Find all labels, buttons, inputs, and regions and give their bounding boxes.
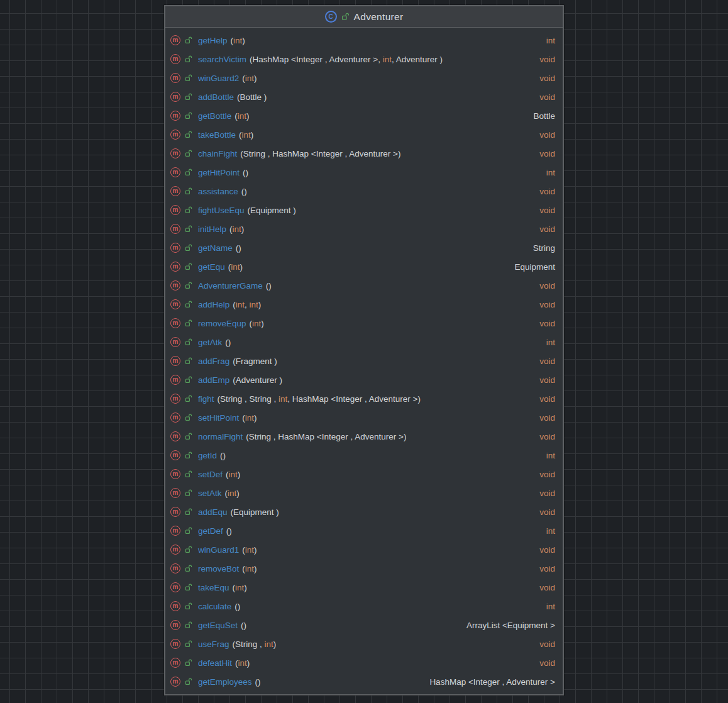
public-visibility-icon xyxy=(185,282,192,289)
method-row[interactable]: m getId () int xyxy=(165,446,563,465)
method-icon: m xyxy=(170,431,180,441)
method-row[interactable]: m searchVictim (HashMap <Integer , Adven… xyxy=(165,50,563,69)
method-return-type: void xyxy=(527,658,555,668)
method-row[interactable]: m setHitPoint (int) void xyxy=(165,408,563,427)
method-return-type: void xyxy=(527,187,555,196)
param-segment: (Adventurer ) xyxy=(233,375,282,385)
method-return-type: int xyxy=(534,526,555,536)
method-row[interactable]: m getEqu (int) Equipment xyxy=(165,257,563,276)
method-name: getDef xyxy=(198,526,223,536)
method-name: AdventurerGame xyxy=(198,281,263,291)
method-return-type: Equipment xyxy=(502,262,555,272)
public-visibility-icon xyxy=(185,640,192,648)
method-icon: m xyxy=(170,54,180,64)
method-row[interactable]: m chainFight (String , HashMap <Integer … xyxy=(165,144,563,163)
class-box-adventurer[interactable]: C Adventurer m getHelp (int) int m searc… xyxy=(164,5,564,695)
method-row[interactable]: m addFrag (Fragment ) void xyxy=(165,352,563,370)
public-visibility-icon xyxy=(185,244,192,252)
method-row[interactable]: m addEmp (Adventurer ) void xyxy=(165,370,563,389)
public-visibility-icon xyxy=(185,319,192,327)
method-name: setDef xyxy=(198,470,223,479)
method-params: () xyxy=(220,451,226,460)
method-row[interactable]: m takeEqu (int) void xyxy=(165,578,563,597)
method-row[interactable]: m AdventurerGame () void xyxy=(165,276,563,295)
method-params: (int) xyxy=(242,413,256,423)
method-return-type: void xyxy=(527,319,555,328)
method-row[interactable]: m useFrag (String , int) void xyxy=(165,634,563,653)
param-segment: , Adventurer ) xyxy=(392,55,443,64)
diagram-canvas[interactable]: C Adventurer m getHelp (int) int m searc… xyxy=(0,0,728,703)
method-row[interactable]: m normalFight (String , HashMap <Integer… xyxy=(165,427,563,446)
method-return-type: void xyxy=(527,300,555,309)
method-name: initHelp xyxy=(198,224,226,234)
method-row[interactable]: m setAtk (int) void xyxy=(165,484,563,502)
method-row[interactable]: m addHelp (int, int) void xyxy=(165,295,563,314)
method-icon: m xyxy=(170,337,180,347)
class-header[interactable]: C Adventurer xyxy=(165,6,563,28)
public-visibility-icon xyxy=(185,602,192,610)
method-row[interactable]: m getHitPoint () int xyxy=(165,163,563,182)
method-icon: m xyxy=(170,677,180,687)
method-icon: m xyxy=(170,130,180,140)
method-params: (Equipment ) xyxy=(231,507,279,517)
param-segment: (HashMap <Integer , Adventurer >, xyxy=(250,55,383,64)
public-visibility-icon xyxy=(185,263,192,270)
method-name: addBottle xyxy=(198,92,234,102)
method-params: () xyxy=(236,243,241,253)
method-row[interactable]: m getDef () int xyxy=(165,521,563,540)
method-row[interactable]: m fight (String , String , int, HashMap … xyxy=(165,389,563,408)
method-return-type: void xyxy=(527,507,555,517)
method-row[interactable]: m winGuard1 (int) void xyxy=(165,540,563,559)
method-row[interactable]: m takeBottle (int) void xyxy=(165,125,563,144)
method-params: (Bottle ) xyxy=(237,92,267,102)
method-name: getHitPoint xyxy=(198,168,240,177)
method-name: fightUseEqu xyxy=(198,206,245,215)
method-icon: m xyxy=(170,205,180,215)
param-segment: ) xyxy=(236,489,240,498)
param-segment: ) xyxy=(258,300,262,309)
method-name: getAtk xyxy=(198,338,222,347)
method-name: removeBot xyxy=(198,564,239,573)
method-row[interactable]: m removeBot (int) void xyxy=(165,559,563,578)
param-segment: (String , String , xyxy=(218,394,279,404)
method-row[interactable]: m fightUseEqu (Equipment ) void xyxy=(165,201,563,219)
method-icon: m xyxy=(170,412,180,423)
public-visibility-icon xyxy=(185,433,192,440)
method-row[interactable]: m assistance () void xyxy=(165,182,563,201)
method-row[interactable]: m getName () String xyxy=(165,238,563,257)
method-params: (int) xyxy=(239,130,253,140)
method-row[interactable]: m removeEqup (int) void xyxy=(165,314,563,333)
method-row[interactable]: m initHelp (int) void xyxy=(165,219,563,238)
method-name: normalFight xyxy=(198,432,243,441)
method-params: (int) xyxy=(234,111,249,121)
public-visibility-icon xyxy=(185,357,192,365)
class-icon: C xyxy=(325,11,337,23)
param-segment: , HashMap <Integer , Adventurer >) xyxy=(287,394,421,404)
method-row[interactable]: m addEqu (Equipment ) void xyxy=(165,502,563,521)
method-row[interactable]: m getAtk () int xyxy=(165,333,563,352)
param-segment: int xyxy=(238,658,247,668)
method-params: () xyxy=(234,602,240,611)
param-segment: () xyxy=(236,243,241,253)
method-icon: m xyxy=(170,356,180,366)
method-icon: m xyxy=(170,563,180,573)
method-params: (HashMap <Integer , Adventurer >, int, A… xyxy=(250,55,443,64)
method-row[interactable]: m getHelp (int) int xyxy=(165,31,563,50)
method-name: addEqu xyxy=(198,507,228,517)
public-visibility-icon xyxy=(185,206,192,214)
method-params: (Fragment ) xyxy=(233,357,277,366)
method-row[interactable]: m addBottle (Bottle ) void xyxy=(165,87,563,106)
method-row[interactable]: m getEmployees () HashMap <Integer , Adv… xyxy=(165,672,563,691)
method-name: winGuard1 xyxy=(198,545,239,555)
method-params: (int) xyxy=(231,36,245,45)
method-row[interactable]: m getEquSet () ArrayList <Equipment > xyxy=(165,616,563,634)
method-row[interactable]: m getBottle (int) Bottle xyxy=(165,106,563,125)
method-row[interactable]: m winGuard2 (int) void xyxy=(165,69,563,87)
method-params: (int, int) xyxy=(233,300,261,309)
method-row[interactable]: m defeatHit (int) void xyxy=(165,653,563,672)
method-icon: m xyxy=(170,167,180,177)
method-row[interactable]: m setDef (int) void xyxy=(165,465,563,484)
method-params: (int) xyxy=(235,658,250,668)
method-row[interactable]: m calculate () int xyxy=(165,597,563,616)
method-name: getEqu xyxy=(198,262,225,272)
